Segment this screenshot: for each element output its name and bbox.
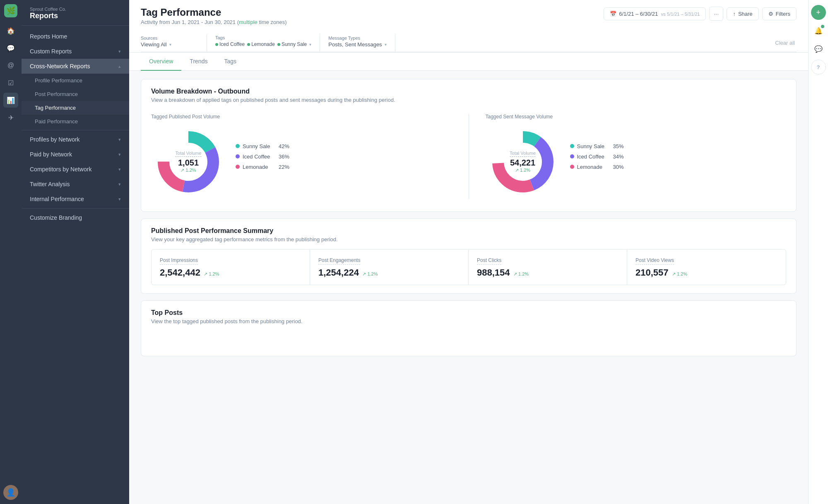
sources-filter: Sources Viewing All ▾ [141, 34, 207, 52]
share-icon: ↑ [733, 11, 736, 17]
content-area: Volume Breakdown - Outbound View a break… [129, 71, 808, 504]
legend-dot-teal [570, 144, 574, 148]
sidebar-item-post-performance[interactable]: Post Performance [22, 87, 129, 101]
chevron-down-icon: ▾ [118, 49, 121, 54]
right-donut-label: Tagged Sent Message Volume [486, 114, 560, 120]
right-donut-value: 54,221 [510, 158, 536, 168]
tag-sunny-sale: Sunny Sale [277, 41, 307, 48]
tags-filter: Tags Iced Coffee Lemonade Sunny Sale ▾ [215, 34, 320, 52]
sidebar-item-paid-performance[interactable]: Paid Performance [22, 115, 129, 128]
donuts-row: Tagged Published Post Volume [151, 110, 786, 203]
legend-dot-purple [236, 154, 240, 158]
notifications-icon[interactable]: 🔔 [811, 23, 826, 38]
clear-all-button[interactable]: Clear all [775, 40, 797, 46]
left-donut-center: Total Volume 1,051 ↗ 1.2% [176, 151, 202, 173]
performance-card-subtitle: View your key aggregated tag performance… [151, 236, 786, 242]
mentions-icon[interactable]: @ [3, 58, 18, 73]
cross-network-label: Cross-Network Reports [30, 63, 90, 70]
tab-tags[interactable]: Tags [216, 53, 245, 71]
volume-card-title: Volume Breakdown - Outbound [151, 88, 786, 95]
message-types-value[interactable]: Posts, Sent Messages ▾ [328, 41, 386, 48]
chevron-down-icon: ▾ [118, 197, 121, 202]
header-top: Tag Performance Activity from Jun 1, 202… [141, 7, 797, 25]
sidebar-item-custom-reports[interactable]: Custom Reports ▾ [22, 44, 129, 59]
filters-button[interactable]: ⚙ Filters [762, 7, 797, 20]
filters-icon: ⚙ [768, 11, 773, 17]
stat-post-impressions: Post Impressions 2,542,442 ↗ 1.2% [152, 250, 310, 285]
right-donut-container: Tagged Sent Message Volume Total Volume [486, 114, 560, 199]
sidebar-item-tag-performance[interactable]: Tag Performance [22, 101, 129, 115]
stat-value-row: 2,542,442 ↗ 1.2% [160, 267, 301, 278]
left-donut-wrapper: Total Volume 1,051 ↗ 1.2% [151, 125, 226, 199]
top-posts-title: Top Posts [151, 309, 786, 317]
legend-dot-pink [236, 165, 240, 169]
legend-label: Sunny Sale [577, 143, 605, 149]
stat-value-row: 988,154 ↗ 1.2% [477, 267, 619, 278]
legend-pct: 34% [613, 154, 623, 160]
help-icon[interactable]: ? [811, 60, 826, 74]
calendar-icon: 📅 [610, 11, 616, 17]
sources-chevron: ▾ [169, 42, 171, 47]
sidebar-header: Sprout Coffee Co. Reports [22, 0, 129, 26]
compose-button[interactable]: + [811, 5, 826, 20]
sidebar-title: Reports [30, 12, 121, 20]
sidebar-item-competitors-by-network[interactable]: Competitors by Network ▾ [22, 162, 129, 177]
tasks-icon[interactable]: ☑ [3, 75, 18, 90]
left-donut-label: Tagged Published Post Volume [151, 114, 226, 120]
legend-pct: 42% [279, 143, 289, 149]
inbox-icon[interactable]: 💬 [3, 41, 18, 55]
date-range-button[interactable]: 📅 6/1/21 – 6/30/21 vs 5/1/21 – 5/31/21 [604, 7, 706, 20]
tabs-bar: Overview Trends Tags [129, 53, 808, 71]
sidebar-nav: Reports Home Custom Reports ▾ Cross-Netw… [22, 26, 129, 504]
tags-chevron: ▾ [309, 42, 311, 47]
main-content: Tag Performance Activity from Jun 1, 202… [129, 0, 808, 504]
sidebar-item-reports-home[interactable]: Reports Home [22, 29, 129, 44]
sidebar-item-profile-performance[interactable]: Profile Performance [22, 74, 129, 87]
chevron-down-icon: ▾ [118, 167, 121, 172]
filter-bar: Sources Viewing All ▾ Tags Iced Coffee L… [141, 29, 797, 52]
chevron-down-icon: ▾ [118, 137, 121, 142]
top-posts-card: Top Posts View the top tagged published … [141, 300, 797, 356]
user-avatar[interactable]: 👤 [3, 485, 18, 500]
publish-icon[interactable]: ✈ [3, 110, 18, 125]
message-types-label: Message Types [328, 36, 386, 41]
performance-card-title: Published Post Performance Summary [151, 227, 786, 235]
stats-row: Post Impressions 2,542,442 ↗ 1.2% Post E… [151, 249, 786, 285]
timezone-link[interactable]: multiple [239, 19, 258, 25]
header-actions: 📅 6/1/21 – 6/30/21 vs 5/1/21 – 5/31/21 ·… [604, 7, 797, 21]
sidebar-item-cross-network[interactable]: Cross-Network Reports ▴ [22, 59, 129, 74]
legend-dot-purple [570, 154, 574, 158]
sidebar-item-paid-by-network[interactable]: Paid by Network ▾ [22, 147, 129, 162]
notification-badge [821, 25, 824, 28]
tags-value[interactable]: Iced Coffee Lemonade Sunny Sale ▾ [215, 41, 311, 48]
share-button[interactable]: ↑ Share [727, 7, 758, 20]
right-donut-wrapper: Total Volume 54,221 ↗ 1.2% [486, 125, 560, 199]
legend-label: Iced Coffee [243, 154, 270, 160]
tab-trends[interactable]: Trends [181, 53, 216, 71]
reports-icon[interactable]: 📊 [3, 93, 18, 108]
right-donut-center: Total Volume 54,221 ↗ 1.2% [510, 151, 536, 173]
message-types-chevron: ▾ [385, 42, 387, 47]
donut-divider [469, 114, 469, 199]
tab-overview[interactable]: Overview [141, 53, 181, 71]
sidebar-item-twitter-analysis[interactable]: Twitter Analysis ▾ [22, 177, 129, 192]
home-icon[interactable]: 🏠 [3, 23, 18, 38]
message-types-filter: Message Types Posts, Sent Messages ▾ [328, 34, 395, 52]
more-button[interactable]: ··· [709, 7, 723, 21]
performance-summary-card: Published Post Performance Summary View … [141, 218, 797, 294]
feedback-icon[interactable]: 💬 [811, 41, 826, 56]
volume-breakdown-card: Volume Breakdown - Outbound View a break… [141, 79, 797, 212]
custom-reports-label: Custom Reports [30, 48, 72, 55]
volume-card-subtitle: View a breakdown of applied tags on publ… [151, 97, 786, 103]
chevron-up-icon: ▴ [118, 64, 121, 69]
sources-label: Sources [141, 36, 198, 41]
sources-value[interactable]: Viewing All ▾ [141, 41, 198, 48]
legend-item-sunny-sale-right: Sunny Sale 35% [570, 143, 624, 149]
legend-pct: 30% [613, 164, 623, 170]
stat-name-clicks: Post Clicks [477, 257, 501, 265]
sidebar-item-profiles-by-network[interactable]: Profiles by Network ▾ [22, 132, 129, 147]
stat-post-video-views: Post Video Views 210,557 ↗ 1.2% [627, 250, 786, 285]
sidebar-item-internal-performance[interactable]: Internal Performance ▾ [22, 192, 129, 206]
sidebar-item-customize-branding[interactable]: Customize Branding [22, 210, 129, 225]
right-donut-change: ↗ 1.2% [510, 168, 536, 173]
